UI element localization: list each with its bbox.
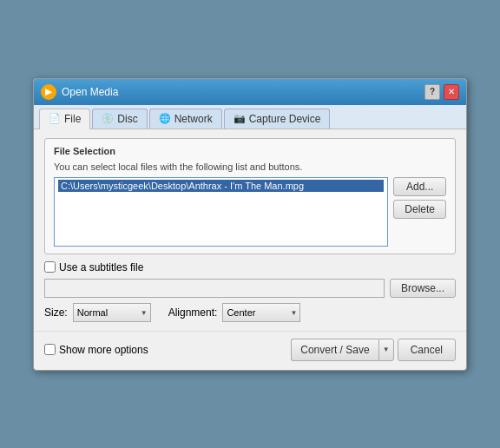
tab-capture-label: Capture Device bbox=[249, 113, 321, 125]
tab-network-label: Network bbox=[174, 113, 213, 125]
convert-save-button-group: Convert / Save ▼ bbox=[291, 339, 393, 361]
title-bar: ▶ Open Media ? ✕ bbox=[34, 79, 466, 105]
subtitle-file-input[interactable] bbox=[44, 279, 385, 298]
alignment-select-wrapper: Center Left Right bbox=[222, 303, 300, 322]
footer-right: Convert / Save ▼ Cancel bbox=[291, 339, 456, 361]
options-row: Size: Normal Small Large Alignment: Cent… bbox=[44, 303, 456, 322]
network-tab-icon: 🌐 bbox=[159, 113, 171, 125]
dialog-title: Open Media bbox=[62, 86, 118, 98]
show-more-options[interactable]: Show more options bbox=[44, 344, 148, 356]
convert-save-arrow[interactable]: ▼ bbox=[378, 339, 394, 361]
tab-capture[interactable]: 📷 Capture Device bbox=[224, 109, 331, 128]
tab-network[interactable]: 🌐 Network bbox=[149, 109, 222, 128]
capture-tab-icon: 📷 bbox=[234, 113, 246, 125]
size-select-wrapper: Normal Small Large bbox=[73, 303, 151, 322]
browse-button[interactable]: Browse... bbox=[390, 279, 456, 298]
file-list-area: C:\Users\mysticgeek\Desktop\Anthrax - I'… bbox=[54, 177, 446, 247]
subtitle-label-text: Use a subtitles file bbox=[59, 261, 143, 273]
close-button[interactable]: ✕ bbox=[444, 84, 459, 100]
title-bar-left: ▶ Open Media bbox=[41, 84, 118, 100]
show-more-checkbox[interactable] bbox=[44, 344, 56, 355]
tab-file[interactable]: 📄 File bbox=[39, 109, 90, 129]
file-selection-description: You can select local files with the foll… bbox=[54, 161, 446, 172]
file-list-item[interactable]: C:\Users\mysticgeek\Desktop\Anthrax - I'… bbox=[58, 180, 384, 192]
file-list[interactable]: C:\Users\mysticgeek\Desktop\Anthrax - I'… bbox=[54, 177, 388, 247]
dialog-footer: Show more options Convert / Save ▼ Cance… bbox=[34, 331, 466, 370]
help-button[interactable]: ? bbox=[424, 84, 440, 100]
size-label: Size: bbox=[44, 306, 68, 319]
vlc-icon: ▶ bbox=[41, 84, 56, 100]
file-buttons: Add... Delete bbox=[393, 177, 446, 219]
dialog-content: File Selection You can select local file… bbox=[34, 129, 466, 331]
title-bar-controls: ? ✕ bbox=[424, 84, 459, 100]
size-select[interactable]: Normal Small Large bbox=[73, 303, 151, 322]
tab-file-label: File bbox=[64, 113, 81, 125]
subtitle-row: Use a subtitles file bbox=[44, 261, 456, 273]
cancel-button[interactable]: Cancel bbox=[398, 339, 456, 361]
subtitle-input-row: Browse... bbox=[44, 279, 456, 298]
open-media-dialog: ▶ Open Media ? ✕ 📄 File 💿 Disc 🌐 Network… bbox=[33, 78, 467, 371]
alignment-label: Alignment: bbox=[168, 306, 218, 319]
convert-save-button[interactable]: Convert / Save bbox=[291, 339, 378, 361]
delete-button[interactable]: Delete bbox=[393, 200, 446, 219]
subtitle-checkbox-label[interactable]: Use a subtitles file bbox=[44, 261, 143, 273]
tab-disc[interactable]: 💿 Disc bbox=[92, 109, 147, 128]
tab-bar: 📄 File 💿 Disc 🌐 Network 📷 Capture Device bbox=[34, 105, 466, 129]
file-selection-label: File Selection bbox=[54, 146, 446, 156]
file-selection-group: File Selection You can select local file… bbox=[44, 138, 456, 254]
alignment-select[interactable]: Center Left Right bbox=[222, 303, 300, 322]
file-tab-icon: 📄 bbox=[49, 113, 61, 125]
tab-disc-label: Disc bbox=[117, 113, 137, 125]
add-button[interactable]: Add... bbox=[393, 177, 446, 196]
disc-tab-icon: 💿 bbox=[102, 113, 114, 125]
size-option-group: Size: Normal Small Large bbox=[44, 303, 151, 322]
show-more-label: Show more options bbox=[59, 344, 148, 356]
alignment-option-group: Alignment: Center Left Right bbox=[168, 303, 301, 322]
subtitle-checkbox[interactable] bbox=[44, 261, 56, 273]
